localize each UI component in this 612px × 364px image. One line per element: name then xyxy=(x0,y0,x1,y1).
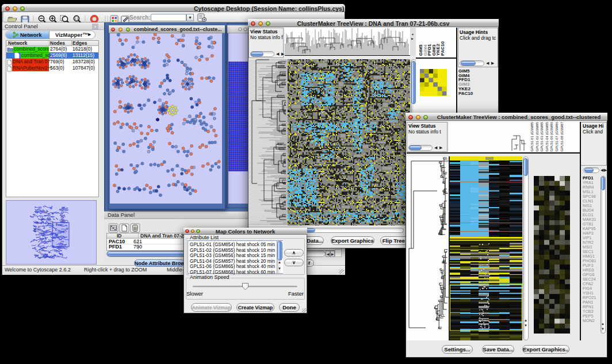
svg-text:1:1: 1:1 xyxy=(74,17,78,20)
svg-text:GPL51-03 (GSM856): GPL51-03 (GSM856) xyxy=(540,122,544,152)
svg-text:GPL51-08 (GSM872): GPL51-08 (GSM872) xyxy=(560,122,564,152)
svg-text:GPL51-06 (GSM865): GPL51-06 (GSM865) xyxy=(550,122,553,152)
svg-text:GPL51-04 (GSM857): GPL51-04 (GSM857) xyxy=(545,122,549,152)
svg-text:GPL51-07 (GSM868): GPL51-07 (GSM868) xyxy=(555,122,559,152)
svg-text:GPL51-02 (GSM855): GPL51-02 (GSM855) xyxy=(536,122,539,152)
svg-text:GPL51-01 (GSM854): GPL51-01 (GSM854) xyxy=(530,122,534,152)
